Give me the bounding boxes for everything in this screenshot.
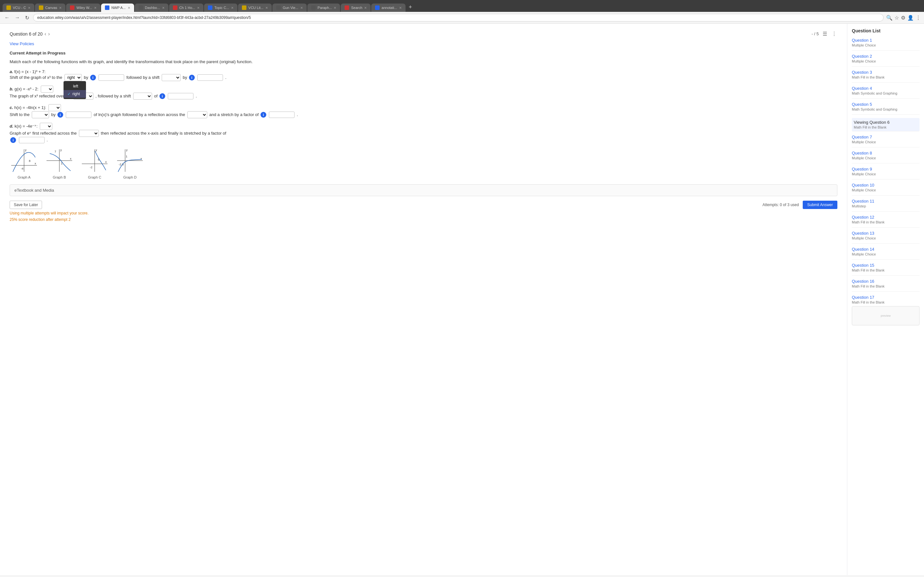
sidebar-item-q16-title: Question 16: [852, 279, 919, 284]
tab-close-dashboard[interactable]: ✕: [162, 6, 165, 10]
sub-question-c: c. h(x) = -4ln(x + 1): A B C D Shift to …: [10, 104, 837, 118]
popup-option-right[interactable]: ✓ right: [63, 90, 86, 98]
tab-annotati[interactable]: annotati... ✕: [371, 3, 405, 12]
forward-button[interactable]: →: [13, 14, 21, 21]
sidebar-item-q16-subtitle: Math Fill in the Blank: [852, 284, 919, 288]
svg-text:y: y: [25, 148, 27, 152]
tab-search[interactable]: Search ✕: [341, 3, 371, 12]
sidebar-item-q2-title: Question 2: [852, 54, 919, 59]
svg-text:7: 7: [55, 150, 56, 153]
tab-canvas[interactable]: Canvas ✕: [35, 3, 65, 12]
sidebar-item-q6-current[interactable]: Viewing Question 6 Math Fill in the Blan…: [852, 118, 919, 131]
menu-icon[interactable]: ⋮: [916, 15, 921, 21]
sidebar-item-q15[interactable]: Question 15 Math Fill in the Blank: [852, 263, 919, 276]
tab-close-gunview[interactable]: ✕: [300, 6, 303, 10]
tab-close-search[interactable]: ✕: [364, 6, 367, 10]
part-a-dropdown1[interactable]: left right: [65, 74, 82, 81]
sidebar-item-q17[interactable]: Question 17 Math Fill in the Blank previ…: [852, 295, 919, 329]
tab-dashboard[interactable]: Dashbo... ✕: [135, 3, 168, 12]
submit-answer-button[interactable]: Submit Answer: [803, 201, 837, 209]
more-options-button[interactable]: ⋮: [831, 30, 837, 37]
sidebar-item-q8[interactable]: Question 8 Multiple Choice: [852, 151, 919, 163]
tab-close-paraph[interactable]: ✕: [334, 6, 336, 10]
tab-topic[interactable]: Topic C... ✕: [204, 3, 237, 12]
part-d-dropdown1[interactable]: x-axis y-axis: [79, 130, 99, 137]
popup-check-right: ✓: [67, 92, 71, 96]
tab-gunview[interactable]: Gun Vie... ✕: [272, 3, 307, 12]
sidebar-item-q11-subtitle: Multistep: [852, 204, 919, 208]
tab-paraph[interactable]: Paraph... ✕: [307, 3, 341, 12]
part-a-info-btn1[interactable]: i: [90, 75, 96, 81]
part-a-info-btn2[interactable]: i: [189, 75, 195, 81]
tab-nwp[interactable]: NWP A... ✕: [101, 3, 134, 12]
tab-vcu[interactable]: VCU - C ✕: [3, 3, 34, 12]
sidebar-item-q3-subtitle: Math Fill in the Blank: [852, 75, 919, 79]
part-c-info-btn1[interactable]: i: [57, 112, 63, 118]
part-c-input2[interactable]: [269, 111, 294, 118]
part-b-info-btn[interactable]: i: [160, 93, 165, 99]
sidebar-item-q14[interactable]: Question 14 Multiple Choice: [852, 247, 919, 259]
sidebar-item-q11[interactable]: Question 11 Multistep: [852, 199, 919, 211]
tab-close-vcu[interactable]: ✕: [28, 6, 31, 10]
prev-question-arrow[interactable]: ‹: [45, 31, 46, 37]
part-a-period: .: [225, 75, 226, 80]
part-c-input1[interactable]: [66, 111, 91, 118]
sidebar-item-q16[interactable]: Question 16 Math Fill in the Blank: [852, 279, 919, 292]
part-d-graph-dropdown[interactable]: A B C D: [40, 123, 52, 130]
tab-ch1[interactable]: Ch 1 Ho... ✕: [169, 3, 204, 12]
sidebar-title: Question List: [852, 28, 919, 33]
part-b-graph-dropdown[interactable]: A B C D: [41, 85, 53, 93]
sidebar-item-q6-subtitle: Math Fill in the Blank: [854, 125, 918, 129]
part-c-dropdown1[interactable]: left right: [32, 111, 49, 118]
tab-wiley[interactable]: Wiley W... ✕: [66, 3, 100, 12]
view-policies-link[interactable]: View Policies: [10, 41, 837, 46]
tab-close-wiley[interactable]: ✕: [94, 6, 97, 10]
part-a-input2[interactable]: [197, 74, 223, 81]
address-bar-row: ← → ↻ education.wiley.com/was/ui/v2/asse…: [0, 12, 924, 24]
tab-close-topic[interactable]: ✕: [231, 6, 234, 10]
sidebar-item-q10[interactable]: Question 10 Multiple Choice: [852, 183, 919, 195]
popup-option-left[interactable]: left: [63, 82, 86, 90]
sidebar-item-q1[interactable]: Question 1 Multiple Choice: [852, 38, 919, 51]
part-a-desc: Shift of the graph of x³ to the: [10, 75, 62, 80]
bookmark-icon[interactable]: ☆: [895, 15, 899, 21]
sidebar-item-q13-title: Question 13: [852, 231, 919, 235]
part-b-dropdown2[interactable]: up down: [133, 93, 152, 100]
part-b-input1[interactable]: [168, 93, 194, 99]
save-later-button[interactable]: Save for Later: [10, 201, 42, 209]
sidebar-item-q3[interactable]: Question 3 Math Fill in the Blank: [852, 70, 919, 83]
address-input[interactable]: education.wiley.com/was/ui/v2/assessment…: [33, 14, 884, 21]
sidebar-item-q13[interactable]: Question 13 Multiple Choice: [852, 231, 919, 243]
next-question-arrow[interactable]: ›: [48, 31, 50, 37]
part-c-dropdown2[interactable]: x-axis y-axis: [187, 111, 207, 118]
part-c-info-btn2[interactable]: i: [260, 112, 266, 118]
part-a-input1[interactable]: [99, 74, 124, 81]
new-tab-button[interactable]: +: [406, 3, 415, 12]
sidebar-item-q7[interactable]: Question 7 Multiple Choice: [852, 135, 919, 147]
sidebar-item-q4[interactable]: Question 4 Math Symbolic and Graphing: [852, 86, 919, 99]
tab-close-ch1[interactable]: ✕: [197, 6, 200, 10]
list-icon-button[interactable]: ☰: [822, 30, 828, 37]
sidebar-item-q11-title: Question 11: [852, 199, 919, 203]
sidebar-item-q5[interactable]: Question 5 Math Symbolic and Graphing: [852, 102, 919, 115]
tab-close-vculit[interactable]: ✕: [265, 6, 268, 10]
sidebar-item-q9[interactable]: Question 9 Multiple Choice: [852, 167, 919, 179]
extensions-icon[interactable]: ⚙: [901, 15, 905, 21]
search-icon[interactable]: 🔍: [886, 15, 893, 21]
part-c-graph-dropdown[interactable]: A B C D: [48, 104, 61, 111]
tab-vculit[interactable]: VCU Lit... ✕: [238, 3, 272, 12]
part-d-info-btn[interactable]: i: [10, 137, 16, 143]
part-a-formula: f(x) = (x - 1)³ + 7:: [14, 69, 45, 74]
back-button[interactable]: ←: [3, 14, 11, 21]
sidebar-item-q2[interactable]: Question 2 Multiple Choice: [852, 54, 919, 67]
sidebar-item-q1-subtitle: Multiple Choice: [852, 43, 919, 47]
tab-close-nwp[interactable]: ✕: [128, 6, 130, 10]
part-a-dropdown2[interactable]: up down: [162, 74, 181, 81]
tab-close-annotati[interactable]: ✕: [399, 6, 402, 10]
sub-question-b: b. g(x) = -x³ - 2: A B C D The graph of …: [10, 85, 837, 100]
etextbook-section: eTextbook and Media: [10, 184, 837, 196]
sidebar-item-q12[interactable]: Question 12 Math Fill in the Blank: [852, 215, 919, 227]
reload-button[interactable]: ↻: [24, 14, 31, 21]
part-d-input1[interactable]: [19, 137, 45, 143]
tab-close-canvas[interactable]: ✕: [59, 6, 61, 10]
